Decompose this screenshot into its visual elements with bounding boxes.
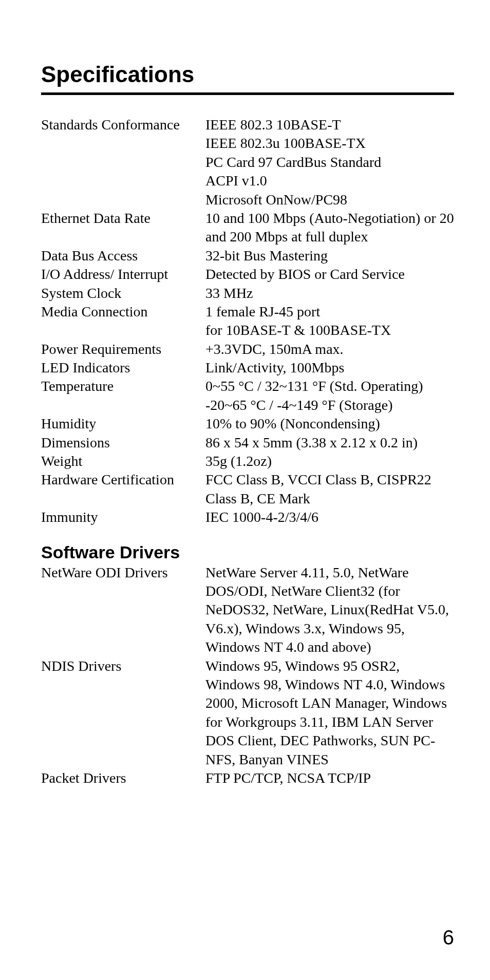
title-rule [41, 92, 454, 95]
spec-row: System Clock33 MHz [41, 284, 454, 303]
spec-row: I/O Address/ InterruptDetected by BIOS o… [41, 265, 454, 284]
spec-row: Power Requirements+3.3VDC, 150mA max. [41, 340, 454, 359]
spec-value: 10 and 100 Mbps (Auto-Negotiation) or 20… [205, 209, 454, 247]
spec-label: System Clock [41, 284, 205, 303]
spec-label: Data Bus Access [41, 247, 205, 265]
spec-label: Standards Conformance [41, 116, 205, 134]
driver-label: Packet Drivers [41, 769, 205, 787]
spec-label: Ethernet Data Rate [41, 209, 205, 228]
software-drivers-heading: Software Drivers [41, 542, 454, 562]
driver-row: NDIS DriversWindows 95, Windows 95 OSR2,… [41, 657, 454, 769]
spec-label: Dimensions [41, 434, 205, 452]
spec-value: IEEE 802.3 10BASE-TIEEE 802.3u 100BASE-T… [205, 116, 454, 209]
spec-row: Temperature0~55 °C / 32~131 °F (Std. Ope… [41, 377, 454, 414]
driver-row: Packet DriversFTP PC/TCP, NCSA TCP/IP [41, 769, 454, 787]
spec-value: 35g (1.2oz) [205, 452, 454, 470]
spec-label: Weight [41, 452, 205, 470]
spec-row: Weight35g (1.2oz) [41, 452, 454, 470]
page: Specifications Standards ConformanceIEEE… [0, 0, 490, 980]
spec-row: Dimensions86 x 54 x 5mm (3.38 x 2.12 x 0… [41, 434, 454, 452]
driver-label: NetWare ODI Drivers [41, 563, 205, 582]
driver-value: NetWare Server 4.11, 5.0, NetWare DOS/OD… [205, 563, 454, 657]
specs-list: Standards ConformanceIEEE 802.3 10BASE-T… [41, 116, 454, 527]
spec-label: LED Indicators [41, 359, 205, 377]
spec-label: I/O Address/ Interrupt [41, 265, 205, 284]
spec-row: LED IndicatorsLink/Activity, 100Mbps [41, 359, 454, 377]
spec-value: 33 MHz [205, 284, 454, 303]
drivers-list: NetWare ODI DriversNetWare Server 4.11, … [41, 563, 454, 788]
spec-label: Immunity [41, 508, 205, 526]
spec-value: 0~55 °C / 32~131 °F (Std. Operating)-20~… [205, 377, 454, 414]
spec-value: 1 female RJ-45 portfor 10BASE-T & 100BAS… [205, 303, 454, 340]
spec-value: 10% to 90% (Noncondensing) [205, 414, 454, 433]
spec-value: 32-bit Bus Mastering [205, 247, 454, 265]
page-title: Specifications [41, 62, 454, 87]
spec-label: Hardware Certification [41, 470, 205, 489]
page-number: 6 [443, 926, 454, 949]
spec-label: Temperature [41, 377, 205, 395]
driver-value: Windows 95, Windows 95 OSR2, Windows 98,… [205, 657, 454, 769]
spec-label: Media Connection [41, 303, 205, 321]
driver-label: NDIS Drivers [41, 657, 205, 675]
spec-value: IEC 1000-4-2/3/4/6 [205, 508, 454, 526]
spec-row: Standards ConformanceIEEE 802.3 10BASE-T… [41, 116, 454, 209]
spec-label: Humidity [41, 414, 205, 433]
spec-row: Media Connection1 female RJ-45 portfor 1… [41, 303, 454, 340]
spec-row: ImmunityIEC 1000-4-2/3/4/6 [41, 508, 454, 526]
spec-value: Detected by BIOS or Card Service [205, 265, 454, 284]
driver-value: FTP PC/TCP, NCSA TCP/IP [205, 769, 454, 787]
spec-row: Humidity10% to 90% (Noncondensing) [41, 414, 454, 433]
spec-label: Power Requirements [41, 340, 205, 359]
spec-row: Hardware CertificationFCC Class B, VCCI … [41, 470, 454, 508]
spec-row: Ethernet Data Rate10 and 100 Mbps (Auto-… [41, 209, 454, 247]
driver-row: NetWare ODI DriversNetWare Server 4.11, … [41, 563, 454, 657]
spec-value: FCC Class B, VCCI Class B, CISPR22 Class… [205, 470, 454, 508]
spec-value: +3.3VDC, 150mA max. [205, 340, 454, 359]
spec-row: Data Bus Access32-bit Bus Mastering [41, 247, 454, 265]
spec-value: 86 x 54 x 5mm (3.38 x 2.12 x 0.2 in) [205, 434, 454, 452]
spec-value: Link/Activity, 100Mbps [205, 359, 454, 377]
